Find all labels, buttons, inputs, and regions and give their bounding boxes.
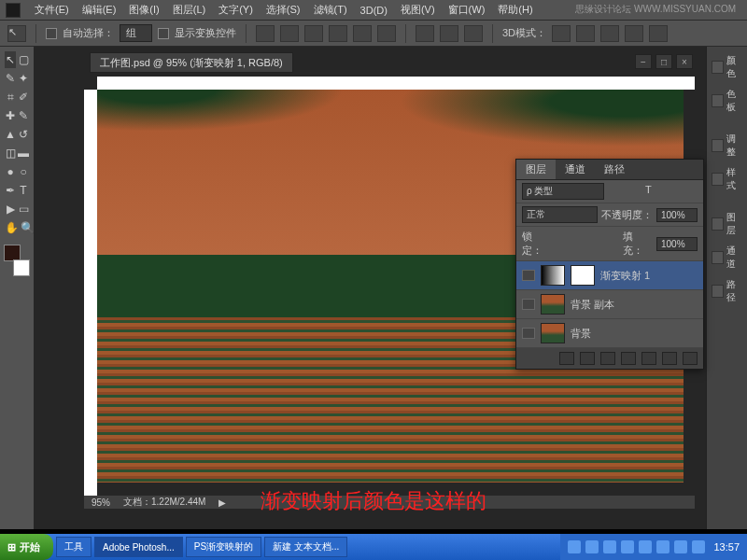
menu-help[interactable]: 帮助(H) [491,3,539,17]
taskbar-item[interactable]: 新建 文本文档... [264,537,347,557]
pen-tool-icon[interactable]: ✒ [4,181,17,200]
move-tool-icon[interactable]: ↖ [4,50,17,69]
tray-icon[interactable] [692,540,705,553]
menu-select[interactable]: 选择(S) [260,3,307,17]
eraser-tool-icon[interactable]: ◫ [4,144,17,162]
align-icon[interactable] [280,25,299,42]
panel-paths[interactable]: 路径 [710,276,744,306]
panel-channels[interactable]: 通道 [710,243,744,273]
distribute-icon[interactable] [440,25,458,42]
distribute-icon[interactable] [464,25,483,42]
layer-name[interactable]: 渐变映射 1 [600,269,650,283]
lock-transparent-icon[interactable] [556,237,569,250]
menu-edit[interactable]: 编辑(E) [76,3,123,17]
show-transform-checkbox[interactable] [158,28,169,39]
align-icon[interactable] [304,25,323,42]
maximize-icon[interactable]: □ [655,54,672,69]
panel-layers[interactable]: 图层 [710,209,744,239]
layer-row[interactable]: 背景 [516,319,703,348]
visibility-icon[interactable] [522,328,535,339]
tab-layers[interactable]: 图层 [516,160,556,179]
adjust-icon[interactable] [621,352,636,365]
mode3d-icon[interactable] [625,25,643,42]
link-icon[interactable] [559,352,574,365]
layer-thumb[interactable] [541,294,565,315]
layer-row[interactable]: 背景 副本 [516,290,703,319]
layer-thumb[interactable] [541,323,565,343]
taskbar-item[interactable]: Adobe Photosh... [94,537,183,557]
lasso-tool-icon[interactable]: ✎ [4,69,17,88]
heal-tool-icon[interactable]: ✚ [4,106,17,125]
minimize-icon[interactable]: − [635,54,652,69]
marquee-tool-icon[interactable]: ▢ [17,50,30,69]
lock-position-icon[interactable] [589,237,602,250]
tray-icon[interactable] [656,540,669,553]
layer-name[interactable]: 背景 [571,327,591,341]
layer-name[interactable]: 背景 副本 [571,298,614,312]
tray-icon[interactable] [603,540,616,553]
type-tool-icon[interactable]: T [17,181,30,200]
mode3d-icon[interactable] [600,25,619,42]
stamp-tool-icon[interactable]: ▲ [4,125,17,144]
layer-row[interactable]: 渐变映射 1 [516,261,703,290]
align-icon[interactable] [377,25,396,42]
panel-adjust[interactable]: 调整 [710,131,744,161]
align-icon[interactable] [329,25,347,42]
panel-swatches[interactable]: 色板 [710,86,744,116]
new-layer-icon[interactable] [662,352,677,365]
close-icon[interactable]: × [676,54,693,69]
fill-input[interactable]: 100% [656,237,698,251]
filter-image-icon[interactable] [608,184,623,199]
menu-file[interactable]: 文件(E) [28,3,76,17]
opacity-input[interactable]: 100% [656,208,698,222]
align-icon[interactable] [353,25,372,42]
tab-channels[interactable]: 通道 [556,160,595,179]
filter-type-icon[interactable]: T [645,184,660,199]
filter-adjust-icon[interactable] [627,184,641,199]
tray-icon[interactable] [639,540,652,553]
taskbar-item[interactable]: 工具 [56,537,92,557]
hand-tool-icon[interactable]: ✋ [4,218,20,237]
lock-pixels-icon[interactable] [572,237,585,250]
align-icon[interactable] [256,25,275,42]
distribute-icon[interactable] [416,25,434,42]
menu-window[interactable]: 窗口(W) [442,3,492,17]
layer-thumb[interactable] [541,265,565,286]
wand-tool-icon[interactable]: ✦ [17,69,30,88]
mode3d-icon[interactable] [649,25,668,42]
menu-filter[interactable]: 滤镜(T) [307,3,354,17]
menu-image[interactable]: 图像(I) [122,3,165,17]
mask-icon[interactable] [600,352,615,365]
mask-thumb[interactable] [571,265,595,286]
crop-tool-icon[interactable]: ⌗ [4,88,17,106]
visibility-icon[interactable] [522,299,535,310]
menu-3d[interactable]: 3D(D) [354,5,394,16]
tab-paths[interactable]: 路径 [595,160,634,179]
menu-layer[interactable]: 图层(L) [166,3,212,17]
trash-icon[interactable] [683,352,698,365]
history-brush-icon[interactable]: ↺ [17,125,30,144]
fx-icon[interactable] [580,352,595,365]
start-button[interactable]: ⊞ 开始 [0,534,53,560]
move-tool-icon[interactable]: ↖ [7,25,26,42]
blend-mode-dropdown[interactable]: 正常 [522,206,598,223]
menu-type[interactable]: 文字(Y) [212,3,260,17]
filter-shape-icon[interactable] [664,184,679,199]
panel-color[interactable]: 颜色 [710,52,744,82]
shape-tool-icon[interactable]: ▭ [17,200,30,218]
kind-dropdown[interactable]: ρ 类型 [522,183,604,200]
visibility-icon[interactable] [522,270,535,281]
auto-select-checkbox[interactable] [46,28,57,39]
tray-icon[interactable] [674,540,687,553]
tray-icon[interactable] [621,540,634,553]
mode3d-icon[interactable] [576,25,595,42]
mode3d-icon[interactable] [552,25,571,42]
tray-icon[interactable] [568,540,581,553]
taskbar-item[interactable]: PS渐变映射的 [186,537,261,557]
panel-styles[interactable]: 样式 [710,164,744,194]
background-color[interactable] [13,259,30,276]
menu-view[interactable]: 视图(V) [394,3,442,17]
path-select-icon[interactable]: ▶ [4,200,17,218]
gradient-tool-icon[interactable]: ▬ [17,144,30,162]
dodge-tool-icon[interactable]: ○ [17,162,30,181]
